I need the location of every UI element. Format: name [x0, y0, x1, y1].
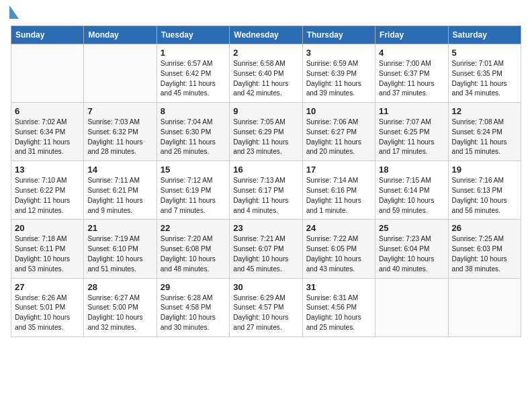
- day-number: 21: [87, 223, 152, 233]
- day-number: 2: [233, 48, 298, 58]
- weekday-header-monday: Monday: [84, 26, 157, 44]
- day-info: Sunrise: 7:05 AMSunset: 6:29 PMDaylight:…: [233, 118, 298, 157]
- calendar-cell: 30Sunrise: 6:29 AMSunset: 4:57 PMDayligh…: [230, 278, 302, 336]
- day-number: 3: [306, 48, 371, 58]
- day-info: Sunrise: 7:12 AMSunset: 6:19 PMDaylight:…: [161, 176, 226, 216]
- weekday-header-friday: Friday: [375, 26, 448, 44]
- day-info: Sunrise: 6:26 AMSunset: 5:01 PMDaylight:…: [15, 293, 80, 333]
- calendar-cell: [448, 278, 521, 336]
- calendar-cell: 16Sunrise: 7:13 AMSunset: 6:17 PMDayligh…: [230, 161, 302, 220]
- day-info: Sunrise: 7:13 AMSunset: 6:17 PMDaylight:…: [233, 176, 298, 216]
- calendar-cell: 23Sunrise: 7:21 AMSunset: 6:07 PMDayligh…: [230, 220, 302, 278]
- day-info: Sunrise: 7:03 AMSunset: 6:32 PMDaylight:…: [87, 118, 152, 157]
- calendar-cell: 25Sunrise: 7:23 AMSunset: 6:04 PMDayligh…: [375, 220, 448, 278]
- day-info: Sunrise: 7:06 AMSunset: 6:27 PMDaylight:…: [306, 118, 371, 157]
- logo: [11, 11, 19, 19]
- day-number: 7: [87, 106, 152, 116]
- day-info: Sunrise: 7:14 AMSunset: 6:16 PMDaylight:…: [306, 176, 371, 216]
- calendar-cell: 31Sunrise: 6:31 AMSunset: 4:56 PMDayligh…: [302, 278, 375, 336]
- day-number: 5: [452, 48, 517, 58]
- day-number: 31: [306, 282, 371, 292]
- calendar-cell: 14Sunrise: 7:11 AMSunset: 6:21 PMDayligh…: [84, 161, 157, 220]
- weekday-header-wednesday: Wednesday: [230, 26, 302, 44]
- day-info: Sunrise: 7:21 AMSunset: 6:07 PMDaylight:…: [233, 234, 298, 274]
- calendar-cell: 13Sunrise: 7:10 AMSunset: 6:22 PMDayligh…: [11, 161, 84, 220]
- day-info: Sunrise: 7:19 AMSunset: 6:10 PMDaylight:…: [87, 234, 152, 274]
- day-number: 30: [233, 282, 298, 292]
- calendar-cell: 6Sunrise: 7:02 AMSunset: 6:34 PMDaylight…: [11, 103, 84, 161]
- day-info: Sunrise: 6:29 AMSunset: 4:57 PMDaylight:…: [233, 293, 298, 333]
- day-info: Sunrise: 7:11 AMSunset: 6:21 PMDaylight:…: [87, 176, 152, 216]
- calendar-cell: 24Sunrise: 7:22 AMSunset: 6:05 PMDayligh…: [302, 220, 375, 278]
- day-number: 10: [306, 106, 371, 116]
- weekday-header-thursday: Thursday: [302, 26, 375, 44]
- weekday-header-tuesday: Tuesday: [157, 26, 229, 44]
- day-info: Sunrise: 7:02 AMSunset: 6:34 PMDaylight:…: [15, 118, 80, 157]
- calendar-cell: [84, 44, 157, 103]
- calendar-cell: 21Sunrise: 7:19 AMSunset: 6:10 PMDayligh…: [84, 220, 157, 278]
- calendar-cell: 20Sunrise: 7:18 AMSunset: 6:11 PMDayligh…: [11, 220, 84, 278]
- day-info: Sunrise: 7:04 AMSunset: 6:30 PMDaylight:…: [161, 118, 226, 157]
- calendar-cell: 15Sunrise: 7:12 AMSunset: 6:19 PMDayligh…: [157, 161, 229, 220]
- day-info: Sunrise: 7:22 AMSunset: 6:05 PMDaylight:…: [306, 234, 371, 274]
- day-number: 29: [161, 282, 226, 292]
- calendar-cell: 1Sunrise: 6:57 AMSunset: 6:42 PMDaylight…: [157, 44, 229, 103]
- calendar-cell: [375, 278, 448, 336]
- day-number: 6: [15, 106, 80, 116]
- calendar-cell: 9Sunrise: 7:05 AMSunset: 6:29 PMDaylight…: [230, 103, 302, 161]
- day-number: 18: [379, 165, 444, 175]
- calendar-cell: 11Sunrise: 7:07 AMSunset: 6:25 PMDayligh…: [375, 103, 448, 161]
- day-number: 22: [161, 223, 226, 233]
- day-number: 13: [15, 165, 80, 175]
- day-info: Sunrise: 7:07 AMSunset: 6:25 PMDaylight:…: [379, 118, 444, 157]
- day-number: 19: [452, 165, 517, 175]
- day-number: 14: [87, 165, 152, 175]
- day-info: Sunrise: 6:27 AMSunset: 5:00 PMDaylight:…: [87, 293, 152, 333]
- day-info: Sunrise: 7:10 AMSunset: 6:22 PMDaylight:…: [15, 176, 80, 216]
- day-info: Sunrise: 7:20 AMSunset: 6:08 PMDaylight:…: [161, 234, 226, 274]
- day-number: 16: [233, 165, 298, 175]
- calendar-cell: 12Sunrise: 7:08 AMSunset: 6:24 PMDayligh…: [448, 103, 521, 161]
- calendar-cell: 26Sunrise: 7:25 AMSunset: 6:03 PMDayligh…: [448, 220, 521, 278]
- calendar-cell: 7Sunrise: 7:03 AMSunset: 6:32 PMDaylight…: [84, 103, 157, 161]
- day-number: 26: [452, 223, 517, 233]
- day-info: Sunrise: 6:58 AMSunset: 6:40 PMDaylight:…: [233, 59, 298, 99]
- day-number: 9: [233, 106, 298, 116]
- day-number: 20: [15, 223, 80, 233]
- day-info: Sunrise: 6:57 AMSunset: 6:42 PMDaylight:…: [161, 59, 226, 99]
- day-info: Sunrise: 7:00 AMSunset: 6:37 PMDaylight:…: [379, 59, 444, 99]
- calendar-cell: 2Sunrise: 6:58 AMSunset: 6:40 PMDaylight…: [230, 44, 302, 103]
- calendar-cell: 10Sunrise: 7:06 AMSunset: 6:27 PMDayligh…: [302, 103, 375, 161]
- calendar-cell: 5Sunrise: 7:01 AMSunset: 6:35 PMDaylight…: [448, 44, 521, 103]
- day-info: Sunrise: 7:16 AMSunset: 6:13 PMDaylight:…: [452, 176, 517, 216]
- day-number: 23: [233, 223, 298, 233]
- day-number: 25: [379, 223, 444, 233]
- calendar-cell: 28Sunrise: 6:27 AMSunset: 5:00 PMDayligh…: [84, 278, 157, 336]
- day-info: Sunrise: 7:23 AMSunset: 6:04 PMDaylight:…: [379, 234, 444, 274]
- day-number: 24: [306, 223, 371, 233]
- day-info: Sunrise: 6:28 AMSunset: 4:58 PMDaylight:…: [161, 293, 226, 333]
- day-number: 11: [379, 106, 444, 116]
- day-number: 28: [87, 282, 152, 292]
- calendar-cell: 18Sunrise: 7:15 AMSunset: 6:14 PMDayligh…: [375, 161, 448, 220]
- day-number: 17: [306, 165, 371, 175]
- weekday-header-sunday: Sunday: [11, 26, 84, 44]
- calendar-cell: 29Sunrise: 6:28 AMSunset: 4:58 PMDayligh…: [157, 278, 229, 336]
- calendar-cell: 17Sunrise: 7:14 AMSunset: 6:16 PMDayligh…: [302, 161, 375, 220]
- day-number: 27: [15, 282, 80, 292]
- day-number: 8: [161, 106, 226, 116]
- day-number: 12: [452, 106, 517, 116]
- day-number: 4: [379, 48, 444, 58]
- calendar-cell: 19Sunrise: 7:16 AMSunset: 6:13 PMDayligh…: [448, 161, 521, 220]
- page-header: [11, 11, 521, 19]
- calendar-cell: 27Sunrise: 6:26 AMSunset: 5:01 PMDayligh…: [11, 278, 84, 336]
- calendar-cell: 22Sunrise: 7:20 AMSunset: 6:08 PMDayligh…: [157, 220, 229, 278]
- day-info: Sunrise: 7:15 AMSunset: 6:14 PMDaylight:…: [379, 176, 444, 216]
- calendar-table: SundayMondayTuesdayWednesdayThursdayFrid…: [11, 26, 521, 337]
- calendar-cell: 4Sunrise: 7:00 AMSunset: 6:37 PMDaylight…: [375, 44, 448, 103]
- day-info: Sunrise: 6:31 AMSunset: 4:56 PMDaylight:…: [306, 293, 371, 333]
- calendar-cell: 8Sunrise: 7:04 AMSunset: 6:30 PMDaylight…: [157, 103, 229, 161]
- day-info: Sunrise: 7:08 AMSunset: 6:24 PMDaylight:…: [452, 118, 517, 157]
- day-info: Sunrise: 7:25 AMSunset: 6:03 PMDaylight:…: [452, 234, 517, 274]
- day-info: Sunrise: 7:01 AMSunset: 6:35 PMDaylight:…: [452, 59, 517, 99]
